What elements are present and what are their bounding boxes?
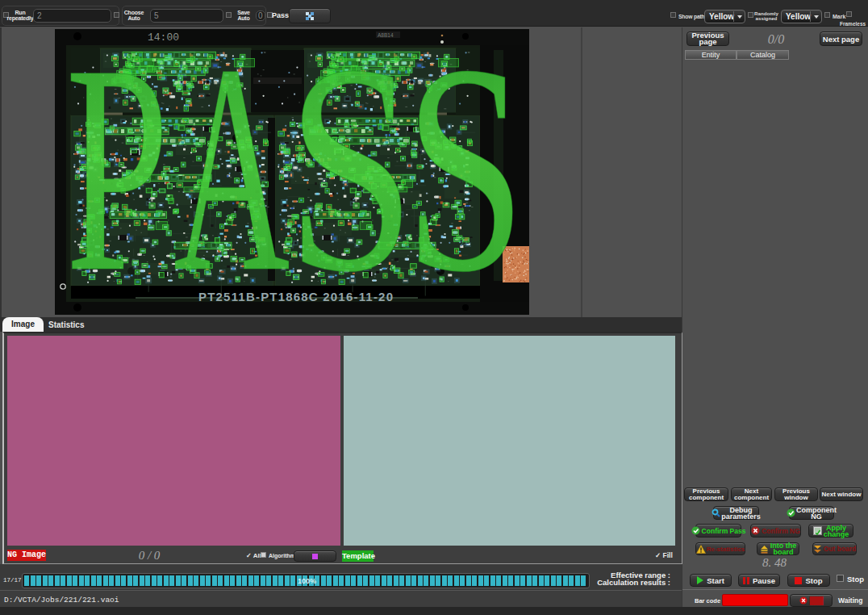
svg-text:A: A [173, 29, 290, 315]
svg-text:S: S [405, 29, 526, 315]
svg-text:S: S [286, 29, 415, 315]
svg-text:P: P [65, 29, 169, 315]
